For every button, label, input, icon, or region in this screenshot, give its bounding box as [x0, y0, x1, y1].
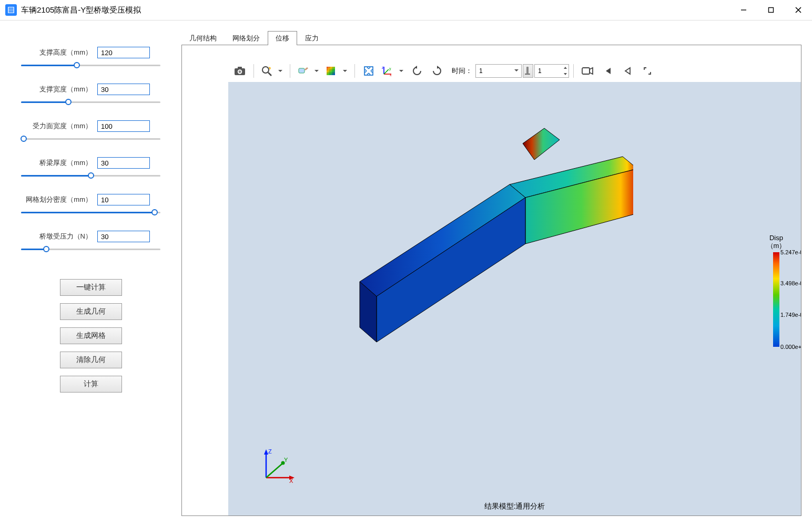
cube-icon[interactable]: [323, 62, 350, 80]
param-3: 桥梁厚度（mm）: [21, 157, 160, 179]
param-5: 桥墩受压力（N）: [21, 231, 160, 253]
tab-2[interactable]: 位移: [268, 31, 297, 45]
svg-rect-2: [769, 8, 774, 13]
param-slider[interactable]: [21, 135, 160, 142]
app-icon: [5, 4, 17, 16]
results-area: 几何结构网络划分位移应力: [181, 20, 812, 526]
svg-marker-23: [264, 449, 268, 455]
time-spin[interactable]: 1: [534, 64, 569, 78]
time-slider[interactable]: [523, 64, 533, 78]
svg-text:y: y: [389, 67, 391, 71]
rotate-cw-icon[interactable]: [428, 62, 446, 80]
param-label: 网格划分密度（mm）: [21, 195, 92, 204]
model-3d: [307, 119, 633, 360]
video-icon[interactable]: [578, 62, 597, 80]
svg-text:Z: Z: [268, 448, 272, 455]
fit-icon[interactable]: [359, 62, 378, 80]
svg-point-7: [262, 67, 269, 73]
tab-1[interactable]: 网络划分: [225, 31, 268, 45]
param-slider[interactable]: [21, 172, 160, 179]
svg-marker-16: [523, 128, 560, 160]
titlebar: 车辆2105陈富昌-Y型桥墩受压模拟: [0, 0, 812, 20]
param-1: 支撑宽度（mm）: [21, 84, 160, 106]
param-input[interactable]: [97, 84, 150, 95]
action-buttons: 一键计算 生成几何 生成网格 清除几何 计算: [21, 279, 160, 393]
param-label: 桥梁厚度（mm）: [21, 158, 92, 168]
param-input[interactable]: [97, 194, 150, 205]
svg-rect-4: [238, 67, 242, 69]
svg-point-6: [239, 70, 241, 73]
legend-title: Disp: [769, 234, 783, 242]
app-window: 车辆2105陈富昌-Y型桥墩受压模拟 支撑高度（mm）支撑宽度（mm）受力面宽度…: [0, 0, 812, 526]
tab-0[interactable]: 几何结构: [181, 31, 225, 45]
svg-text:x: x: [390, 73, 392, 76]
camera-icon[interactable]: [230, 62, 249, 80]
calc-all-button[interactable]: 一键计算: [60, 279, 122, 296]
plot-caption: 结果模型:通用分析: [228, 502, 801, 511]
svg-text:X: X: [289, 478, 293, 484]
param-slider[interactable]: [21, 245, 160, 253]
color-legend: Disp （m） 5.247e-073.498e-071.749e-070.00…: [756, 234, 797, 347]
content: 支撑高度（mm）支撑宽度（mm）受力面宽度（mm）桥梁厚度（mm）网格划分密度（…: [0, 20, 812, 526]
param-label: 桥墩受压力（N）: [21, 232, 92, 241]
maximize-button[interactable]: [757, 0, 785, 20]
param-slider[interactable]: [21, 98, 160, 106]
plot-surface[interactable]: Z Y X Disp （m） 5.247e-073.498e-071.749e-…: [228, 82, 801, 515]
svg-line-8: [268, 73, 271, 76]
legend-tick: 5.247e-07: [780, 249, 801, 255]
tab-3[interactable]: 应力: [297, 31, 327, 45]
orientation-axes-icon: Z Y X: [260, 447, 297, 484]
minimize-button[interactable]: [730, 0, 757, 20]
close-button[interactable]: [785, 0, 812, 20]
zoom-icon[interactable]: [258, 62, 286, 80]
svg-rect-10: [327, 67, 335, 75]
svg-text:Y: Y: [284, 457, 288, 463]
param-label: 受力面宽度（mm）: [21, 121, 92, 131]
param-label: 支撑高度（mm）: [21, 48, 92, 57]
param-input[interactable]: [97, 231, 150, 242]
axes-icon[interactable]: zyx: [379, 62, 407, 80]
tabs: 几何结构网络划分位移应力: [181, 31, 801, 45]
legend-tick: 3.498e-07: [780, 280, 801, 286]
param-slider[interactable]: [21, 61, 160, 69]
legend-tick: 1.749e-07: [780, 312, 801, 318]
clear-geom-button[interactable]: 清除几何: [60, 352, 122, 368]
window-title: 车辆2105陈富昌-Y型桥墩受压模拟: [21, 5, 730, 15]
param-input[interactable]: [97, 157, 150, 169]
legend-bar: 5.247e-073.498e-071.749e-070.000e+00: [773, 252, 779, 347]
time-select[interactable]: 1: [475, 64, 522, 78]
skip-start-icon[interactable]: [598, 62, 617, 80]
param-0: 支撑高度（mm）: [21, 47, 160, 69]
svg-rect-0: [8, 7, 14, 13]
paint-icon[interactable]: [295, 62, 322, 80]
param-label: 支撑宽度（mm）: [21, 85, 92, 94]
gen-geom-button[interactable]: 生成几何: [60, 303, 122, 320]
legend-tick: 0.000e+00: [780, 344, 801, 350]
expand-icon[interactable]: [638, 62, 657, 80]
plot-toolbar: zyx 时间： 1 1: [228, 61, 801, 81]
calc-button[interactable]: 计算: [60, 376, 122, 393]
svg-line-26: [266, 464, 282, 478]
svg-rect-9: [299, 68, 304, 73]
param-2: 受力面宽度（mm）: [21, 120, 160, 142]
param-input[interactable]: [97, 47, 150, 58]
time-label: 时间：: [452, 66, 472, 76]
svg-rect-15: [582, 68, 590, 74]
rotate-ccw-icon[interactable]: [408, 62, 427, 80]
param-4: 网格划分密度（mm）: [21, 194, 160, 216]
gen-mesh-button[interactable]: 生成网格: [60, 327, 122, 344]
svg-rect-11: [364, 67, 373, 75]
param-slider[interactable]: [21, 209, 160, 216]
svg-text:z: z: [382, 66, 384, 69]
plot-panel: zyx 时间： 1 1: [181, 45, 801, 516]
prev-icon[interactable]: [618, 62, 637, 80]
parameters-panel: 支撑高度（mm）支撑宽度（mm）受力面宽度（mm）桥梁厚度（mm）网格划分密度（…: [0, 20, 181, 526]
param-input[interactable]: [97, 120, 150, 132]
legend-unit: （m）: [767, 242, 786, 250]
